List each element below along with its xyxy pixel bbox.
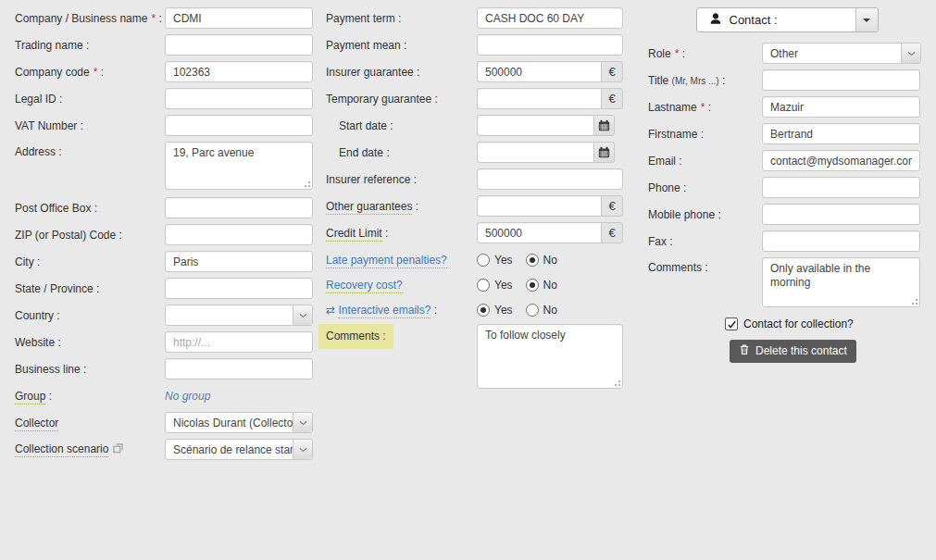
email-input[interactable] [762, 150, 920, 171]
website-input[interactable] [165, 331, 313, 353]
business-line-row: Business line : [15, 358, 320, 380]
title-row: Title (Mr, Mrs ...) : [648, 69, 926, 91]
country-row: Country : [15, 305, 320, 326]
credit-limit-input[interactable] [477, 222, 601, 243]
collection-scenario-select[interactable]: Scénario de relance standa [165, 439, 313, 460]
interactive-emails-radios: Yes No [477, 304, 570, 317]
company-name-input[interactable] [165, 7, 313, 29]
phone-label: Phone : [648, 181, 762, 194]
interactive-emails-row: ⇄ Interactive emails? : Yes No [326, 299, 636, 320]
radio-label-no: No [543, 254, 557, 267]
lastname-input[interactable] [762, 96, 920, 118]
contact-comments-textarea[interactable]: Only available in the morning [762, 257, 920, 307]
collector-select[interactable]: Nicolas Durant (Collector) [165, 412, 313, 433]
address-textarea[interactable]: 19, Parc avenue [165, 142, 313, 190]
payment-term-input[interactable] [477, 7, 623, 29]
fax-input[interactable] [762, 230, 920, 252]
calendar-icon[interactable] [593, 142, 615, 163]
end-date-label: End date : [326, 146, 477, 159]
payment-mean-input[interactable] [477, 34, 623, 56]
start-date-input[interactable] [477, 115, 593, 136]
firstname-input[interactable] [762, 123, 920, 144]
legal-id-input[interactable] [165, 88, 313, 109]
late-payment-penalties-row: Late payment penalties? Yes No [326, 249, 636, 270]
contact-column: Contact : Role* : Other Title (Mr, Mrs .… [648, 0, 926, 363]
contact-header-row: Contact : [648, 7, 926, 32]
delete-contact-button[interactable]: Delete this contact [730, 340, 856, 363]
recovery-cost-yes-radio[interactable] [477, 279, 490, 292]
zip-code-input[interactable] [165, 224, 313, 245]
group-row: Group : No group [15, 385, 320, 406]
city-input[interactable] [165, 251, 313, 272]
late-payment-penalties-yes-radio[interactable] [477, 254, 490, 267]
interactive-emails-link[interactable]: ⇄ Interactive emails? : [326, 304, 477, 317]
temporary-guarantee-row: Temporary guarantee : € [326, 88, 636, 109]
company-name-row: Company / Business name* : [15, 7, 320, 29]
po-box-input[interactable] [165, 197, 313, 218]
radio-label-yes: Yes [494, 254, 513, 267]
late-payment-penalties-no-radio[interactable] [526, 254, 539, 267]
swap-arrows-icon: ⇄ [326, 304, 335, 317]
recovery-cost-no-radio[interactable] [526, 279, 539, 292]
credit-limit-label: Credit Limit : [326, 227, 477, 240]
end-date-input[interactable] [477, 142, 593, 163]
contact-button[interactable]: Contact : [697, 8, 855, 31]
firstname-row: Firstname : [648, 123, 926, 144]
start-date-label: Start date : [326, 119, 477, 132]
contact-menu-button[interactable] [855, 8, 878, 31]
phone-input[interactable] [762, 177, 920, 198]
insurer-reference-input[interactable] [477, 168, 623, 190]
contact-for-collection-label: Contact for collection? [743, 317, 854, 330]
title-label: Title (Mr, Mrs ...) : [648, 74, 762, 87]
finance-comments-textarea[interactable]: To follow closely [477, 324, 623, 389]
finance-column: Payment term : Payment mean : Insurer gu… [326, 0, 636, 394]
collector-label: Collector [15, 417, 165, 429]
mobile-phone-input[interactable] [762, 204, 920, 225]
vat-number-input[interactable] [165, 115, 313, 136]
resize-grip-icon [916, 303, 917, 305]
calendar-icon[interactable] [593, 115, 615, 136]
business-line-input[interactable] [165, 358, 313, 380]
chevron-down-icon [293, 413, 312, 432]
other-guarantees-input[interactable] [477, 195, 601, 217]
address-row: Address : 19, Parc avenue [15, 142, 320, 190]
payment-mean-row: Payment mean : [326, 34, 636, 56]
recovery-cost-row: Recovery cost? Yes No [326, 274, 636, 295]
recovery-cost-radios: Yes No [477, 279, 570, 292]
finance-comments-row: Comments : To follow closely [326, 324, 636, 389]
role-select[interactable]: Other [762, 43, 921, 64]
payment-term-row: Payment term : [326, 7, 636, 29]
contact-for-collection-checkbox[interactable] [725, 317, 738, 330]
group-value: No group [165, 390, 210, 403]
euro-addon: € [601, 195, 623, 217]
state-province-row: State / Province : [15, 278, 320, 299]
legal-id-row: Legal ID : [15, 88, 320, 109]
title-input[interactable] [762, 69, 920, 91]
interactive-emails-no-radio[interactable] [526, 304, 539, 317]
insurer-guarantee-row: Insurer guarantee : € [326, 61, 636, 82]
legal-id-label: Legal ID : [15, 93, 165, 106]
popup-window-icon[interactable] [113, 443, 123, 456]
contact-comments-row: Comments : Only available in the morning [648, 257, 926, 307]
interactive-emails-yes-radio[interactable] [477, 304, 490, 317]
late-payment-penalties-link[interactable]: Late payment penalties? [326, 254, 477, 267]
recovery-cost-link[interactable]: Recovery cost? [326, 279, 477, 292]
trading-name-input[interactable] [165, 34, 313, 56]
lastname-label: Lastname* : [648, 101, 762, 114]
company-identity-column: Company / Business name* : Trading name … [15, 0, 320, 466]
temporary-guarantee-input[interactable] [477, 88, 601, 109]
business-line-label: Business line : [15, 363, 165, 376]
address-label: Address : [15, 142, 165, 158]
company-code-input[interactable] [165, 61, 313, 82]
radio-label-yes: Yes [494, 279, 513, 292]
insurer-reference-label: Insurer reference : [326, 173, 477, 186]
end-date-row: End date : [326, 142, 636, 163]
insurer-guarantee-input[interactable] [477, 61, 601, 82]
chevron-down-icon [293, 440, 312, 459]
state-province-input[interactable] [165, 278, 313, 299]
country-select[interactable] [165, 305, 313, 326]
vat-number-label: VAT Number : [15, 119, 165, 132]
zip-code-row: ZIP (or Postal) Code : [15, 224, 320, 245]
company-code-label: Company code* : [15, 66, 165, 79]
chevron-down-icon [293, 305, 312, 325]
